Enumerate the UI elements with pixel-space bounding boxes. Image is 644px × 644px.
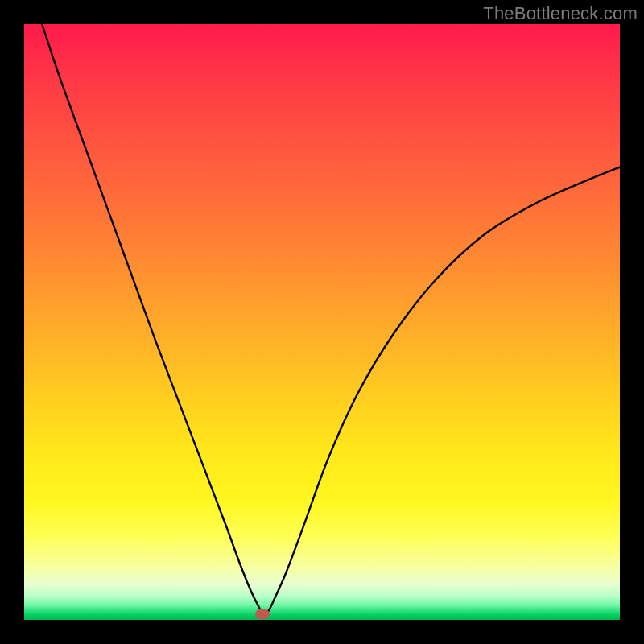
watermark-text: TheBottleneck.com bbox=[483, 3, 638, 24]
optimal-marker bbox=[255, 609, 270, 619]
chart-frame: TheBottleneck.com bbox=[0, 0, 644, 644]
bottleneck-curve bbox=[24, 24, 620, 620]
plot-area bbox=[24, 24, 620, 620]
